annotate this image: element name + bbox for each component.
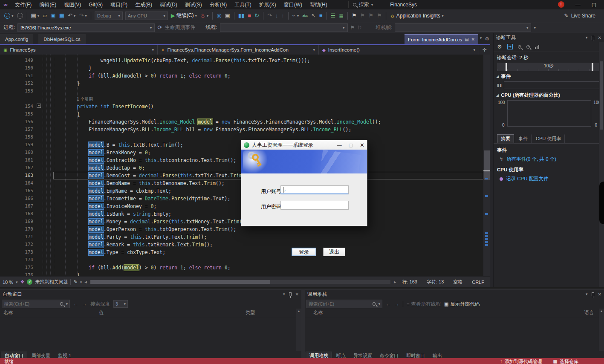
toolbar-button-l2[interactable]: ≣ [337,12,345,20]
line-number[interactable]: 155 [0,110,33,118]
autos-scrollbar[interactable]: ▲ [296,309,301,351]
vertical-splitter[interactable] [490,33,493,287]
pin-icon[interactable] [289,292,292,296]
tab-dbhelpersql[interactable]: DbHelperSQL.cs [38,34,85,44]
type-dropdown[interactable]: ✦ FinanceSys.FinanceManagerSys.Form_Inco… [158,45,319,55]
gear-icon[interactable]: ⚙ [497,43,502,50]
forward-arrow-icon[interactable]: → [394,301,399,307]
zoom-level[interactable]: 10 % [3,280,13,285]
code-line[interactable]: 172 model.Remark = this.txtRemark.Text.T… [0,241,483,248]
live-share-button[interactable]: Live Share [571,13,595,19]
close-icon[interactable]: ✕ [295,292,299,297]
scroll-left-arrow[interactable]: ◂ [84,279,87,285]
code-line[interactable]: 149 wagebll.UpdateTic(cbxEmp.Text, decim… [0,57,483,64]
line-number[interactable]: 163 [0,172,33,179]
toolbar-button-doc[interactable]: ≡ [318,12,324,20]
pin-icon[interactable] [592,292,594,296]
password-input[interactable] [280,201,349,210]
toolbar-button-bmd[interactable]: ⚑ [367,12,375,20]
callstack-search-box[interactable]: ▾ [306,300,382,308]
lifecycle-events-icon[interactable]: ⟳ [157,24,162,31]
line-number[interactable]: 166 [0,195,33,202]
toolbar-button-back[interactable]: ←▾ [3,12,15,20]
dialog-maximize-button[interactable]: ▢ [349,142,353,148]
toolbar-button-open[interactable]: ▱ [41,12,49,20]
menu-item[interactable]: 工具(T) [231,0,255,9]
add-to-source-control-button[interactable]: ↑ 添加到源代码管理 [500,358,542,364]
exit-button[interactable]: 退出 [323,248,345,256]
line-number[interactable]: 153 [0,87,33,95]
document-health-icon[interactable]: ❖ [20,279,25,285]
zoom-in-icon[interactable]: + [518,45,521,49]
title-search-box[interactable]: 搜索 ▾ [348,1,378,8]
code-line[interactable]: 174 [0,256,483,264]
line-number[interactable]: 151 [0,72,33,80]
toolbar-button-undo[interactable]: ↶▾ [66,12,77,20]
line-number[interactable]: 149 [0,57,33,64]
editor-horizontal-scrollbar[interactable] [90,280,390,284]
minimize-button[interactable]: — [575,2,581,8]
toolbar-button-bm[interactable]: ⚑ [350,12,358,20]
process-combo[interactable]: [57616] FinanceSys.exe ▾ [17,23,155,32]
status-spaces[interactable]: 空格 [450,279,466,285]
line-number[interactable]: 173 [0,248,33,256]
status-eol[interactable]: CRLF [468,280,488,285]
bottom-splitter[interactable] [301,290,305,359]
screen-edge-widget[interactable] [599,182,604,224]
tab-form-incomeaddcon-active[interactable]: Form_IncomeAddCon.cs ▤ ✕ [405,34,478,44]
toolbar-button-ptr[interactable]: ↖ [309,12,318,20]
line-number[interactable]: 167 [0,202,33,210]
code-line[interactable]: 171 model.Party = this.txtParty.Text.Tri… [0,233,483,241]
tab-list-chevron-icon[interactable]: ▾ [480,36,482,42]
line-number[interactable]: 157 [0,126,33,133]
toolbar-button-start[interactable]: ▶继续(C)▾ [169,11,199,20]
toolbar-button-newfile[interactable]: ▤▾ [29,12,41,20]
menu-item[interactable]: 测试(S) [181,0,206,9]
chevron-down-icon[interactable]: ▾ [283,292,285,296]
toolbar-button-code[interactable]: ⌁▾ [291,12,301,20]
toolbar-button-bmd[interactable]: ⚑ [358,12,367,20]
account-input[interactable] [280,185,349,194]
column-name[interactable]: 名称 [313,309,323,316]
column-language[interactable]: 语言 [584,309,594,316]
code-line[interactable]: 157 FinanceManagerSys.BLL.Income_BLL bll… [0,126,483,133]
toolbar-combo-debug_config[interactable]: Debug▾ [95,12,123,20]
line-number[interactable]: 159 [0,141,33,149]
tab-app-config[interactable]: App.config [0,34,33,44]
scroll-right-arrow[interactable]: ▸ [394,279,396,285]
line-number[interactable]: 169 [0,218,33,225]
toolbar-button-so[interactable]: ↷ [266,12,274,20]
line-number[interactable]: 158 [0,133,33,141]
toolbar-button-bulb[interactable]: ☼Application Insights▾ [388,12,445,20]
stack-frame-combo[interactable]: ▾ [395,23,531,32]
back-arrow-icon[interactable]: ← [386,301,391,307]
toolbar-button-save[interactable]: ▣ [49,12,57,20]
toolbar-overflow-icon[interactable]: ▾ [534,26,536,30]
project-dropdown[interactable]: ▣ FinanceSys ▾ [0,45,158,55]
toolbar-button-win[interactable]: ▣ [223,12,232,20]
tab-summary[interactable]: 摘要 [497,134,514,143]
menu-item[interactable]: 编辑(E) [35,0,60,9]
line-number[interactable]: 171 [0,233,33,241]
diagnostics-scrollbar[interactable] [599,42,604,287]
tab-cpu-usage[interactable]: CPU 使用率 [532,134,565,143]
menu-item[interactable]: 生成(B) [131,0,156,9]
code-line[interactable]: 153 [0,87,483,95]
member-dropdown[interactable]: ◆ InsertIncome() ▾ [319,45,479,55]
select-repository-button[interactable]: ▦ 选择仓库 [553,358,578,364]
flag-icon[interactable]: ⚑ [350,25,355,31]
toolbar-combo-platform[interactable]: Any CPU▾ [125,12,168,20]
line-number[interactable]: 165 [0,187,33,195]
toolbar-button-pause[interactable]: ▮▮ [237,12,246,20]
close-icon[interactable]: ✕ [598,292,601,297]
events-section-header[interactable]: ◢ 事件 [494,71,604,81]
login-button[interactable]: 登录 [292,248,316,256]
menu-item[interactable]: 帮助(H) [306,0,331,9]
thread-combo[interactable]: ▾ [220,23,348,32]
menu-item[interactable]: Git(G) [85,0,107,9]
forward-arrow-icon[interactable]: → [82,301,87,307]
code-line[interactable]: 176 } [0,272,483,276]
dialog-close-button[interactable]: ✕ [360,142,364,148]
toolbar-button-l1[interactable]: ☰ [329,12,338,20]
line-number[interactable]: 174 [0,256,33,264]
